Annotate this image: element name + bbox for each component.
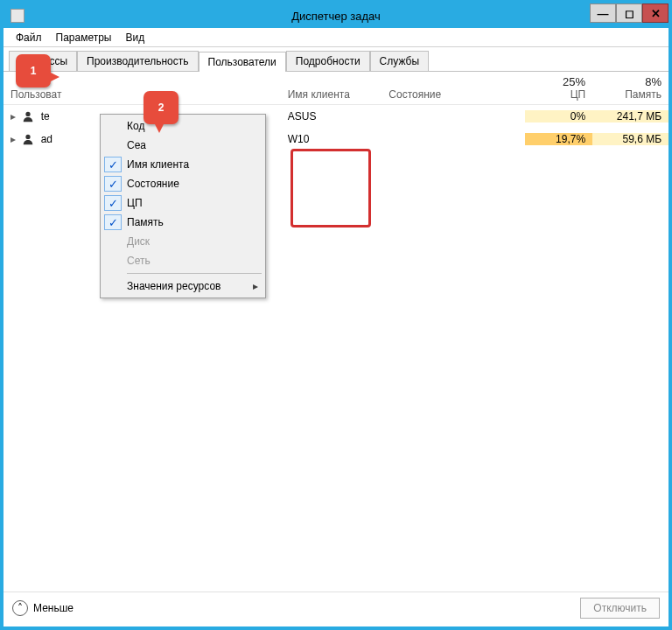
client-cell: ASUS: [281, 110, 382, 122]
separator: [127, 273, 262, 274]
app-icon: [10, 9, 24, 23]
memory-cell: 59,6 МБ: [592, 133, 668, 145]
check-icon: ✓: [104, 176, 122, 192]
close-button[interactable]: ✕: [642, 4, 668, 23]
window-controls: — ◻ ✕: [590, 4, 668, 23]
ctx-cpu[interactable]: ✓ЦП: [102, 193, 263, 213]
titlebar: Диспетчер задач — ◻ ✕: [4, 4, 668, 28]
ctx-resource-values[interactable]: Значения ресурсов▸: [102, 276, 263, 296]
person-icon: [22, 133, 34, 145]
task-manager-window: Диспетчер задач — ◻ ✕ Файл Параметры Вид…: [0, 0, 672, 630]
tab-users[interactable]: Пользователи: [199, 52, 286, 72]
col-cpu[interactable]: 25% ЦП: [525, 72, 592, 104]
chevron-right-icon: ▸: [253, 280, 258, 292]
tab-services[interactable]: Службы: [370, 51, 429, 71]
ctx-code[interactable]: Код: [102, 116, 263, 136]
ctx-memory[interactable]: ✓Память: [102, 213, 263, 232]
memory-cell: 241,7 МБ: [592, 110, 668, 122]
check-icon: ✓: [104, 214, 122, 230]
minimize-button[interactable]: —: [590, 4, 616, 23]
client-cell: W10: [281, 133, 382, 145]
username: ad: [41, 133, 52, 145]
svg-point-0: [26, 112, 31, 116]
menubar: Файл Параметры Вид: [4, 28, 668, 47]
expand-icon[interactable]: ▸: [10, 110, 19, 122]
menu-file[interactable]: Файл: [9, 30, 49, 46]
ctx-state[interactable]: ✓Состояние: [102, 174, 263, 193]
tabs: Процессы Производительность Пользователи…: [4, 47, 668, 72]
column-context-menu: Код Сеа ✓Имя клиента ✓Состояние ✓ЦП ✓Пам…: [100, 114, 266, 298]
chevron-up-icon: ˄: [12, 600, 28, 616]
col-state[interactable]: Состояние: [382, 72, 525, 104]
annotation-highlight: [290, 149, 371, 228]
username: te: [41, 110, 50, 122]
menu-options[interactable]: Параметры: [49, 30, 119, 46]
maximize-button[interactable]: ◻: [616, 4, 642, 23]
ctx-session[interactable]: Сеа: [102, 136, 263, 155]
column-headers: Пользоват Имя клиента Состояние 25% ЦП 8…: [4, 72, 668, 105]
callout-1: 1: [16, 54, 51, 88]
disconnect-button[interactable]: Отключить: [580, 598, 660, 619]
content-area: Пользоват Имя клиента Состояние 25% ЦП 8…: [4, 72, 668, 592]
tab-performance[interactable]: Производительность: [77, 51, 198, 71]
col-client[interactable]: Имя клиента: [281, 72, 382, 104]
check-icon: ✓: [104, 195, 122, 211]
ctx-client-name[interactable]: ✓Имя клиента: [102, 155, 263, 174]
col-memory[interactable]: 8% Память: [592, 72, 668, 104]
cpu-cell: 19,7%: [525, 133, 592, 145]
tab-details[interactable]: Подробности: [286, 51, 370, 71]
menu-view[interactable]: Вид: [118, 30, 151, 46]
svg-point-1: [26, 135, 31, 139]
callout-2: 2: [144, 91, 178, 124]
check-icon: ✓: [104, 157, 122, 172]
cpu-cell: 0%: [525, 110, 592, 122]
footer: ˄ Меньше Отключить: [4, 592, 668, 623]
expand-icon[interactable]: ▸: [10, 133, 19, 145]
person-icon: [22, 110, 34, 122]
ctx-disk: Диск: [102, 232, 263, 251]
window-title: Диспетчер задач: [4, 10, 668, 23]
fewer-details-button[interactable]: ˄ Меньше: [12, 600, 74, 616]
ctx-network: Сеть: [102, 251, 263, 270]
